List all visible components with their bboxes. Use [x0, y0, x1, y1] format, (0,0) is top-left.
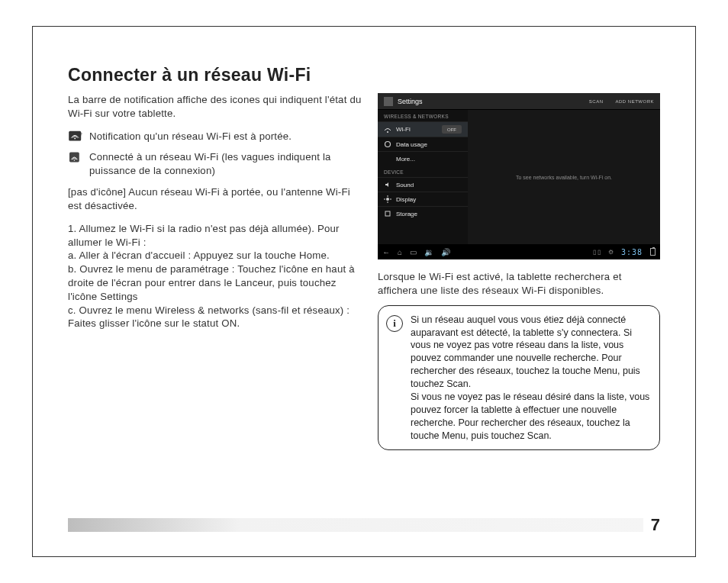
sidebar-item-more[interactable]: More... [378, 151, 468, 166]
svg-point-7 [386, 198, 389, 201]
sound-icon [384, 181, 391, 188]
wifi-available-text: Notification qu'un réseau Wi-Fi est à po… [89, 130, 292, 143]
svg-point-1 [74, 137, 76, 139]
section-device: DEVICE [378, 166, 468, 177]
page-title: Connecter à un réseau Wi-Fi [68, 65, 660, 85]
right-column: Settings SCAN ADD NETWORK WIRELESS & NET… [378, 93, 660, 450]
step-a: a. Aller à l'écran d'accueil : Appuyez s… [68, 249, 362, 263]
step-b: b. Ouvrez le menu de paramétrage : Touch… [68, 263, 362, 303]
tablet-topbar: Settings SCAN ADD NETWORK [378, 93, 660, 110]
left-column: La barre de notification affiche des ico… [68, 93, 362, 450]
tablet-body: WIRELESS & NETWORKS Wi-Fi OFF [378, 110, 660, 244]
battery-icon [650, 248, 656, 256]
data-usage-icon [384, 140, 391, 148]
svg-point-5 [387, 131, 388, 133]
wifi-connected-icon [68, 151, 83, 163]
section-wireless: WIRELESS & NETWORKS [378, 110, 468, 121]
bug-icon: ⚙ [608, 249, 614, 256]
data-usage-label: Data usage [396, 141, 427, 148]
wifi-connected-line: Connecté à un réseau Wi-Fi (les vagues i… [68, 150, 362, 178]
step-1: 1. Allumez le Wi-Fi si la radio n'est pa… [68, 222, 362, 250]
two-column-layout: La barre de notification affiche des ico… [68, 93, 660, 450]
svg-rect-12 [385, 211, 390, 216]
wifi-available-icon: ? [68, 130, 83, 143]
display-icon [384, 195, 391, 203]
step-c: c. Ouvrez le menu Wireless & networks (s… [68, 304, 362, 331]
storage-label: Storage [396, 211, 417, 217]
info-callout: i Si un réseau auquel vous vous étiez dé… [378, 305, 660, 451]
sound-label: Sound [396, 182, 414, 188]
sidebar-item-display[interactable]: Display [378, 192, 468, 206]
sidebar-item-storage[interactable]: Storage [378, 206, 468, 221]
tablet-app-title: Settings [398, 98, 423, 105]
status-icon: ▯ ▯ [593, 249, 601, 256]
vol-up-icon[interactable]: 🔊 [441, 248, 450, 256]
sidebar-item-sound[interactable]: Sound [378, 177, 468, 192]
no-icon-text: [pas d'icône] Aucun réseau Wi-Fi à porté… [68, 185, 362, 213]
tablet-main-message: To see networks available, turn Wi-Fi on… [516, 175, 612, 180]
wifi-icon [384, 126, 391, 134]
tablet-main-pane: To see networks available, turn Wi-Fi on… [468, 110, 660, 244]
wifi-available-line: ? Notification qu'un réseau Wi-Fi est à … [68, 130, 362, 143]
page-frame: Connecter à un réseau Wi-Fi La barre de … [32, 26, 696, 557]
add-network-button[interactable]: ADD NETWORK [616, 99, 655, 104]
sidebar-item-data-usage[interactable]: Data usage [378, 137, 468, 151]
intro-text: La barre de notification affiche des ico… [68, 93, 362, 121]
scan-button[interactable]: SCAN [589, 99, 604, 104]
display-label: Display [396, 196, 416, 203]
tablet-screenshot: Settings SCAN ADD NETWORK WIRELESS & NET… [378, 93, 660, 259]
tablet-sidebar: WIRELESS & NETWORKS Wi-Fi OFF [378, 110, 468, 244]
right-paragraph: Lorsque le Wi-Fi est activé, la tablette… [378, 270, 660, 298]
sidebar-item-wifi[interactable]: Wi-Fi OFF [378, 121, 468, 137]
svg-point-6 [385, 142, 391, 147]
info-p1: Si un réseau auquel vous vous étiez déjà… [411, 314, 640, 389]
tablet-navbar: ← ⌂ ▭ 🔉 🔊 ▯ ▯ ⚙ 3:38 [378, 244, 660, 259]
storage-icon [384, 210, 391, 217]
footer-gradient [68, 518, 643, 532]
wifi-toggle[interactable]: OFF [442, 125, 462, 134]
back-icon[interactable]: ← [382, 248, 390, 256]
info-p2: Si vous ne voyez pas le réseau désiré da… [411, 391, 649, 441]
home-icon[interactable]: ⌂ [398, 248, 402, 256]
vol-down-icon[interactable]: 🔉 [424, 248, 433, 256]
svg-text:?: ? [80, 132, 82, 137]
info-icon: i [386, 315, 403, 332]
settings-app-icon [384, 97, 393, 106]
page-footer: 7 [68, 517, 660, 533]
wifi-label: Wi-Fi [396, 126, 411, 133]
recents-icon[interactable]: ▭ [410, 248, 417, 256]
svg-point-4 [74, 160, 76, 162]
more-label: More... [396, 156, 415, 163]
clock: 3:38 [621, 248, 643, 256]
info-text: Si un réseau auquel vous vous étiez déjà… [411, 314, 650, 443]
page-number: 7 [643, 515, 660, 535]
wifi-connected-text: Connecté à un réseau Wi-Fi (les vagues i… [89, 150, 362, 178]
blank-icon [384, 155, 391, 163]
